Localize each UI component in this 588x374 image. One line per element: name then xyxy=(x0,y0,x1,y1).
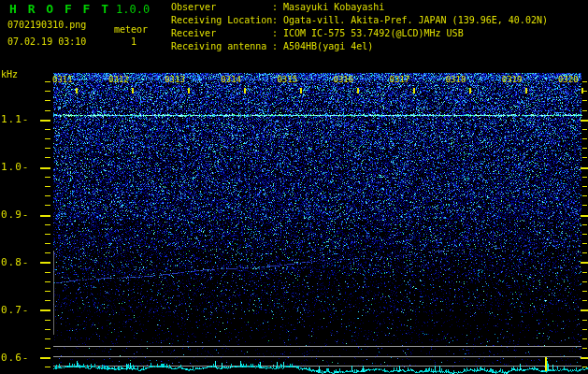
time-label: 0317 xyxy=(390,75,410,84)
time-label: 0316 xyxy=(334,75,354,84)
info-value: Ogata-vill. Akita-Pref. JAPAN (139.96E, … xyxy=(283,14,548,27)
date-time: 07.02.19 03:10 xyxy=(7,36,86,47)
freq-label: 0.7- xyxy=(1,304,30,316)
info-colon: : xyxy=(272,14,283,27)
time-label: 0313 xyxy=(165,75,185,84)
freq-label: 0.8- xyxy=(1,256,30,268)
time-label: 0315 xyxy=(277,75,297,84)
info-row: Receiving antenna:A504HB(yagi 4el) xyxy=(171,40,548,53)
app-version: 1.0.0 xyxy=(116,3,150,16)
time-label: 0318 xyxy=(446,75,466,84)
freq-label: 1.1- xyxy=(1,113,30,125)
hrofft-screen: H R O F F T 1.0.0 0702190310.png meteor … xyxy=(0,0,588,374)
freq-label: 1.0- xyxy=(1,161,30,173)
receiver-info: Observer:Masayuki KobayashiReceiving Loc… xyxy=(171,1,548,53)
app-title: H R O F F T xyxy=(9,2,110,16)
time-label: 0311 xyxy=(52,75,73,84)
output-filename: 0702190310.png xyxy=(7,20,86,30)
info-label: Receiving Location xyxy=(171,14,272,27)
info-colon: : xyxy=(272,40,283,53)
info-colon: : xyxy=(272,1,283,14)
info-row: Observer:Masayuki Kobayashi xyxy=(171,1,548,14)
info-colon: : xyxy=(272,27,283,40)
info-label: Receiving antenna xyxy=(171,40,272,53)
freq-label: 0.9- xyxy=(1,209,30,221)
info-row: Receiver:ICOM IC-575 53.7492(@LCD)MHz US… xyxy=(171,27,548,40)
info-value: A504HB(yagi 4el) xyxy=(283,40,373,53)
time-label: 0319 xyxy=(502,75,523,84)
y-axis-unit-label: kHz xyxy=(1,69,18,79)
info-value: Masayuki Kobayashi xyxy=(283,1,384,14)
time-label: 0312 xyxy=(108,75,129,84)
mode-label: meteor xyxy=(114,24,148,35)
time-label: 0320 xyxy=(558,75,579,84)
meteor-count: 1 xyxy=(131,36,136,47)
freq-label: 0.6- xyxy=(1,352,30,364)
info-row: Receiving Location:Ogata-vill. Akita-Pre… xyxy=(171,14,548,27)
info-label: Observer xyxy=(171,1,272,14)
time-label: 0314 xyxy=(221,75,241,84)
info-label: Receiver xyxy=(171,27,272,40)
info-value: ICOM IC-575 53.7492(@LCD)MHz USB xyxy=(283,27,464,40)
spectrogram-canvas xyxy=(0,0,588,374)
